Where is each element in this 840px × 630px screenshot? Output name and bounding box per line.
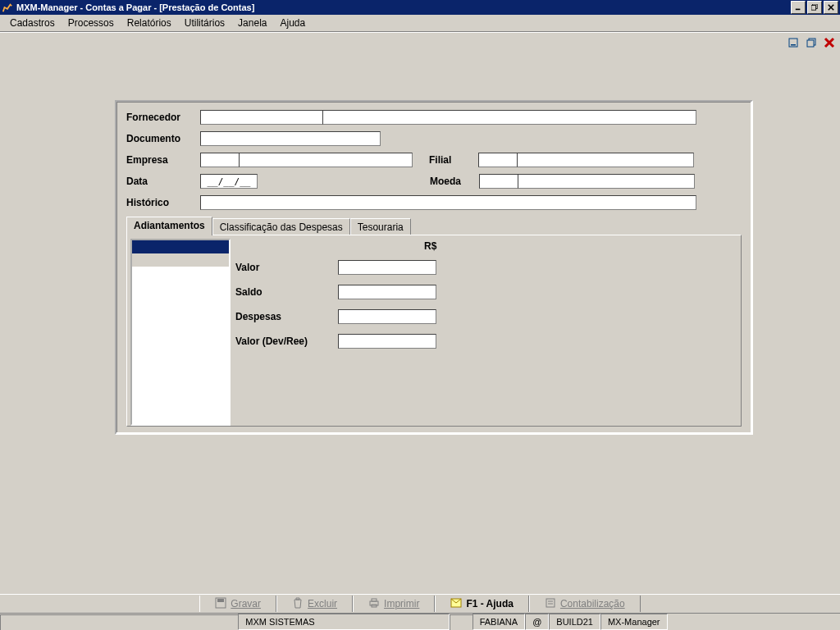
menu-ajuda[interactable]: Ajuda — [273, 16, 312, 30]
menu-processos[interactable]: Processos — [62, 16, 121, 30]
moeda-label: Moeda — [430, 176, 479, 187]
status-app: MX-Manager — [600, 614, 668, 630]
filial-name-input[interactable] — [517, 153, 694, 167]
window-title: MXM-Manager - Contas a Pagar - [Prestaçã… — [16, 2, 789, 12]
data-input[interactable] — [200, 174, 258, 189]
gravar-label: Gravar — [231, 598, 261, 609]
imprimir-button[interactable]: Imprimir — [353, 596, 435, 612]
mdi-minimize-icon[interactable] — [786, 35, 801, 50]
filial-label: Filial — [429, 154, 478, 166]
button-bar: Gravar Excluir Imprimir F1 - Ajuda Conta… — [0, 594, 840, 614]
historico-label: Histórico — [126, 197, 200, 208]
valor-input[interactable] — [338, 260, 436, 275]
list-row — [132, 253, 229, 267]
excluir-button[interactable]: Excluir — [276, 596, 353, 612]
ajuda-label: F1 - Ajuda — [466, 598, 514, 609]
status-company: MXM SISTEMAS — [238, 614, 450, 630]
documento-input[interactable] — [200, 131, 381, 146]
valor-devree-input[interactable] — [338, 334, 436, 349]
svg-rect-2 — [811, 6, 816, 11]
valor-devree-label: Valor (Dev/Ree) — [235, 336, 338, 347]
contabilizacao-button[interactable]: Contabilização — [529, 596, 641, 612]
form-panel: Fornecedor Documento Empresa Filial Data… — [115, 100, 753, 435]
restore-button[interactable] — [807, 1, 822, 14]
empresa-name-input[interactable] — [239, 153, 413, 167]
tab-tesouraria[interactable]: Tesouraria — [350, 218, 411, 235]
svg-rect-10 — [372, 599, 377, 601]
moeda-code-input[interactable] — [479, 174, 518, 189]
save-icon — [215, 597, 226, 611]
print-icon — [368, 597, 380, 611]
tab-classificacao[interactable]: Classificação das Despesas — [212, 218, 350, 235]
help-icon — [450, 597, 462, 611]
ledger-icon — [545, 597, 556, 611]
menu-cadastros[interactable]: Cadastros — [3, 16, 62, 30]
list-row-selected[interactable] — [132, 240, 229, 253]
saldo-input[interactable] — [338, 285, 436, 299]
adiantamentos-listbox[interactable] — [130, 239, 231, 426]
data-label: Data — [126, 176, 200, 187]
delete-icon — [292, 597, 304, 611]
menu-bar: Cadastros Processos Relatórios Utilitári… — [0, 15, 840, 32]
fornecedor-label: Fornecedor — [126, 112, 200, 123]
minimize-button[interactable] — [791, 1, 806, 14]
svg-rect-6 — [807, 40, 814, 47]
historico-input[interactable] — [200, 195, 696, 210]
fornecedor-name-input[interactable] — [322, 110, 696, 125]
fornecedor-code-input[interactable] — [200, 110, 323, 125]
despesas-input[interactable] — [338, 309, 436, 324]
svg-rect-13 — [546, 599, 555, 607]
excluir-label: Excluir — [308, 598, 337, 609]
work-area: Fornecedor Documento Empresa Filial Data… — [0, 51, 840, 596]
gravar-button[interactable]: Gravar — [199, 596, 276, 612]
status-build: BUILD21 — [549, 614, 600, 630]
contab-label: Contabilização — [560, 598, 625, 609]
status-at: @ — [525, 614, 549, 630]
empresa-label: Empresa — [126, 154, 200, 166]
window-titlebar: MXM-Manager - Contas a Pagar - [Prestaçã… — [0, 0, 840, 15]
menu-utilitarios[interactable]: Utilitários — [178, 16, 231, 30]
empresa-code-input[interactable] — [200, 153, 240, 167]
filial-code-input[interactable] — [478, 153, 518, 167]
saldo-label: Saldo — [235, 286, 338, 298]
tab-adiantamentos[interactable]: Adiantamentos — [126, 217, 212, 235]
app-icon — [2, 2, 13, 13]
currency-header: R$ — [424, 240, 733, 252]
status-user: FABIANA — [472, 614, 525, 630]
documento-label: Documento — [126, 133, 200, 144]
menu-janela[interactable]: Janela — [231, 16, 273, 30]
mdi-restore-icon[interactable] — [804, 35, 819, 50]
detail-area: R$ Valor Saldo Despesas Valor (Dev/Ree) — [235, 240, 733, 358]
window-controls — [789, 1, 838, 14]
imprimir-label: Imprimir — [384, 598, 419, 609]
svg-rect-8 — [217, 599, 224, 602]
valor-label: Valor — [235, 262, 338, 273]
despesas-label: Despesas — [235, 311, 338, 322]
svg-rect-4 — [791, 44, 796, 46]
tabstrip: Adiantamentos Classificação das Despesas… — [126, 217, 742, 235]
mdi-close-icon[interactable] — [822, 35, 837, 50]
ajuda-button[interactable]: F1 - Ajuda — [435, 596, 529, 612]
moeda-name-input[interactable] — [518, 174, 695, 189]
tab-body: R$ Valor Saldo Despesas Valor (Dev/Ree) — [126, 235, 742, 427]
close-button[interactable] — [824, 1, 838, 14]
status-bar: MXM SISTEMAS FABIANA @ BUILD21 MX-Manage… — [0, 613, 840, 630]
svg-rect-0 — [796, 9, 801, 11]
menu-relatorios[interactable]: Relatórios — [121, 16, 178, 30]
